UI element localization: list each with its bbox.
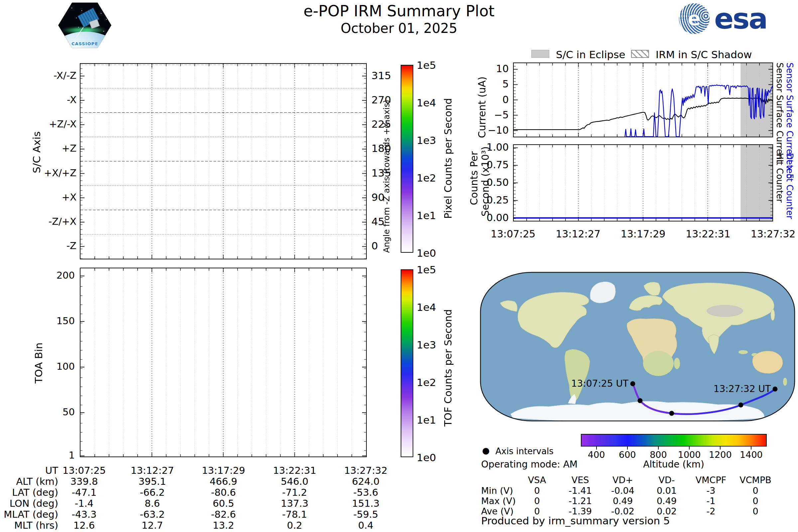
voltage-cell: 0 — [512, 496, 562, 506]
tof-colorbar-tick-label: 1e3 — [417, 339, 436, 351]
voltage-column-header: VD- — [642, 475, 691, 485]
right-xtick-label: 13:12:27 — [552, 228, 605, 240]
counts-ytick-label: 1.00 — [475, 141, 509, 153]
ephemeris-cell: 546.0 — [265, 476, 324, 487]
pixel-colorbar-tick-label: 1e1 — [417, 209, 436, 222]
right-xtick-label: 13:17:29 — [616, 228, 670, 240]
right-xtick-label: 13:07:25 — [487, 228, 540, 240]
ephemeris-cell: -63.2 — [122, 509, 182, 520]
axis-interval-dot — [669, 411, 674, 416]
axis-intervals-label: Axis intervals — [495, 446, 554, 456]
voltage-cell: -0.02 — [598, 506, 648, 516]
px-right-tick-label: 180 — [372, 142, 391, 154]
operating-mode: Operating mode: AM — [481, 459, 577, 470]
tof-ytick-label: 50 — [40, 406, 75, 418]
tof-ytick-label: 200 — [40, 270, 75, 281]
px-right-tick-label: 270 — [372, 94, 391, 106]
px-ytick-label: -X/-Z — [20, 70, 76, 81]
right-xtick-label: 13:22:31 — [682, 228, 735, 240]
px-ytick-label: +Z — [20, 142, 76, 154]
current-ytick-label: 5 — [472, 78, 509, 90]
axis-interval-dot — [739, 403, 743, 407]
tof-colorbar-tick-label: 1e5 — [417, 264, 436, 276]
counts-right-label-black: Hit Counter — [775, 153, 785, 203]
tof-spectrogram-plot — [80, 268, 367, 457]
badge-label: CASSIOPE — [58, 41, 111, 46]
ephemeris-cell: 0.2 — [265, 520, 324, 531]
ephemeris-cell: 13:07:25 — [54, 465, 114, 476]
current-right-label-black: Sensor Surface Current — [775, 62, 785, 163]
px-ytick-label: -Z/+X — [20, 216, 76, 227]
px-right-tick-label: 45 — [372, 215, 384, 227]
voltage-cell: 0.49 — [642, 496, 691, 506]
pixel-colorbar-tick-label: 1e3 — [417, 134, 436, 146]
ephemeris-cell: 466.9 — [193, 476, 253, 487]
voltage-column-header: VD+ — [598, 475, 648, 485]
axis-intervals-dot: ● — [482, 445, 490, 456]
axis-interval-dot — [638, 398, 643, 403]
current-ytick-label: 0 — [472, 94, 509, 106]
ephemeris-row-label: LAT (deg) — [3, 487, 58, 498]
voltage-cell: -2 — [686, 506, 736, 516]
ephemeris-cell: 13.2 — [193, 520, 253, 531]
px-right-tick-label: 0 — [372, 240, 378, 252]
ephemeris-row-label: MLT (hrs) — [3, 520, 58, 531]
ephemeris-cell: -59.5 — [336, 509, 396, 520]
tof-ytick-label: 150 — [40, 315, 75, 326]
px-ytick-label: +X/+Z — [20, 167, 76, 178]
esa-logo: e esa — [679, 3, 767, 34]
voltage-column-header: VSA — [512, 475, 562, 485]
page-title: e-POP IRM Summary Plot — [0, 2, 798, 20]
voltage-column-header: VMCPF — [686, 475, 736, 485]
voltage-cell: -0.04 — [598, 486, 648, 496]
ephemeris-cell: 151.3 — [336, 498, 396, 509]
axis-interval-dot — [773, 387, 778, 392]
summary-plot-page: CASSIOPE e-POP IRM Summary Plot October … — [0, 0, 798, 532]
counts-plot — [513, 144, 773, 222]
ephemeris-row-label: LON (deg) — [3, 498, 58, 509]
page-date: October 01, 2025 — [0, 21, 798, 36]
counts-right-label-blue: Detect Counter — [785, 153, 795, 219]
px-ytick-label: -X — [20, 94, 76, 106]
ground-track-map: 13:07:25 UT 13:27:32 UT — [479, 271, 796, 422]
pixel-spectrogram-plot — [80, 63, 367, 259]
pixel-colorbar-tick-label: 1e2 — [417, 172, 436, 184]
pixel-colorbar-tick-label: 1e0 — [417, 247, 436, 259]
alt-colorbar-tick — [720, 446, 721, 450]
px-ytick-label: -Z — [20, 240, 76, 251]
counts-ytick-label: 0.00 — [475, 212, 509, 224]
tof-colorbar-tick-label: 1e1 — [417, 414, 436, 426]
ephemeris-cell: 339.8 — [54, 476, 114, 487]
tof-colorbar — [401, 269, 413, 457]
ephemeris-cell: 624.0 — [336, 476, 396, 487]
ephemeris-cell: 137.3 — [265, 498, 324, 509]
voltage-cell: 0 — [730, 486, 780, 496]
ephemeris-row-label: ALT (km) — [3, 476, 58, 487]
ephemeris-cell: 13:27:32 — [336, 465, 396, 476]
ephemeris-cell: 12.7 — [122, 520, 182, 531]
ephemeris-cell: -1.4 — [54, 498, 114, 509]
world-map-canvas: 13:07:25 UT 13:27:32 UT — [479, 271, 796, 422]
ephemeris-cell: 13:17:29 — [193, 465, 253, 476]
ephemeris-cell: 13:22:31 — [265, 465, 324, 476]
ephemeris-cell: -66.2 — [122, 487, 182, 498]
track-end-label: 13:27:32 UT — [714, 383, 771, 394]
ephemeris-row-label: MLAT (deg) — [3, 509, 58, 520]
ephemeris-cell: -47.1 — [54, 487, 114, 498]
px-ytick-label: +X — [20, 191, 76, 203]
ephemeris-cell: 60.5 — [193, 498, 253, 509]
ephemeris-cell: 12.6 — [54, 520, 114, 531]
tof-colorbar-label: TOF Counts per Second — [442, 309, 454, 426]
voltage-cell: 0 — [730, 506, 780, 516]
shadow-legend-swatch — [631, 50, 649, 58]
voltage-row-label: Min (V) — [481, 486, 513, 496]
current-ytick-label: 10 — [472, 63, 509, 75]
esa-wordmark: esa — [714, 4, 767, 33]
ephemeris-row-label: UT — [3, 465, 58, 476]
eclipse-legend-label: S/C in Eclipse — [556, 49, 625, 60]
tof-spectrogram-canvas — [80, 268, 366, 457]
pixel-colorbar — [401, 65, 413, 253]
voltage-cell: 0 — [730, 496, 780, 506]
voltage-column-header: VCMPB — [730, 475, 780, 485]
pixel-colorbar-label: Pixel Counts per Second — [442, 98, 454, 219]
